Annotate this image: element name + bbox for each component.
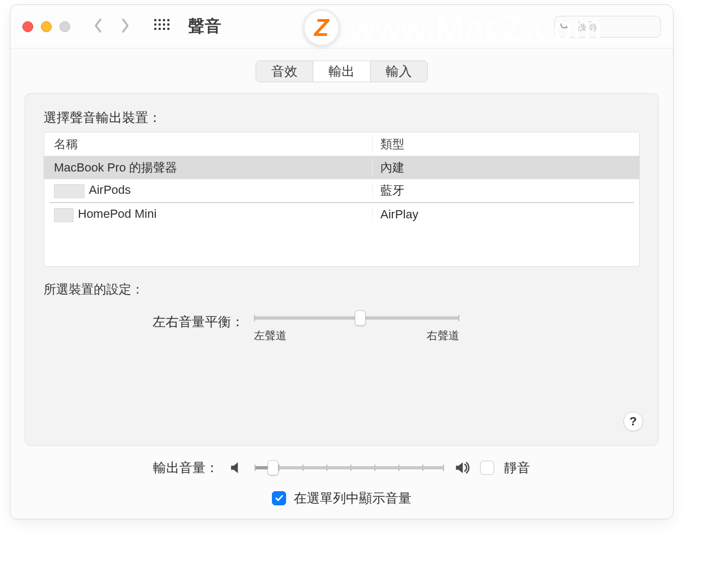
device-name-text: AirPods — [89, 183, 131, 197]
balance-slider-labels: 左聲道 右聲道 — [254, 328, 459, 343]
output-volume-row: 輸出音量： 靜音 — [153, 459, 530, 476]
device-type: 內建 — [372, 160, 639, 176]
nav-arrows — [92, 18, 131, 35]
tab-sound-effects[interactable]: 音效 — [256, 61, 313, 82]
sound-preferences-window: 聲音 音效 輸出 輸入 選擇聲音輸出裝置： 名稱 類型 MacBook Pro … — [10, 4, 674, 519]
forward-button[interactable] — [119, 18, 131, 35]
search-icon — [560, 20, 571, 33]
output-panel: 選擇聲音輸出裝置： 名稱 類型 MacBook Pro 的揚聲器 內建 AirP… — [25, 93, 659, 446]
table-header: 名稱 類型 — [44, 132, 639, 156]
device-name: HomePod Mini — [44, 207, 372, 222]
minimize-button[interactable] — [41, 21, 52, 32]
balance-label: 左右音量平衡： — [44, 313, 254, 331]
selected-device-settings-label: 所選裝置的設定： — [44, 281, 640, 298]
show-all-button[interactable] — [154, 19, 169, 34]
window-title: 聲音 — [188, 15, 222, 38]
svg-point-0 — [561, 21, 568, 28]
volume-high-icon — [454, 460, 470, 476]
maximize-button[interactable] — [59, 21, 70, 32]
search-wrap — [554, 16, 661, 38]
tab-input[interactable]: 輸入 — [371, 61, 427, 82]
device-icon — [54, 184, 84, 198]
help-button[interactable]: ? — [623, 412, 643, 431]
show-in-menubar-label: 在選單列中顯示音量 — [294, 490, 411, 507]
balance-right-label: 右聲道 — [427, 328, 459, 343]
output-volume-knob[interactable] — [268, 460, 278, 475]
device-name-text: HomePod Mini — [78, 207, 156, 221]
mute-checkbox[interactable] — [480, 461, 494, 475]
output-volume-slider[interactable] — [254, 466, 444, 469]
table-row[interactable]: AirPods 藍牙 — [44, 179, 639, 202]
column-header-type[interactable]: 類型 — [372, 136, 639, 152]
back-button[interactable] — [92, 18, 104, 35]
volume-low-icon — [228, 460, 245, 476]
tab-row: 音效 輸出 輸入 — [10, 48, 673, 82]
tab-output[interactable]: 輸出 — [313, 61, 371, 82]
balance-slider-col: 左聲道 右聲道 — [254, 313, 640, 343]
device-name: AirPods — [44, 183, 372, 198]
select-device-label: 選擇聲音輸出裝置： — [44, 109, 640, 126]
balance-left-label: 左聲道 — [254, 328, 287, 343]
toolbar: 聲音 — [10, 5, 673, 48]
table-row[interactable]: MacBook Pro 的揚聲器 內建 — [44, 156, 639, 179]
column-header-name[interactable]: 名稱 — [44, 136, 372, 152]
table-row[interactable]: HomePod Mini AirPlay — [44, 203, 639, 226]
output-volume-label: 輸出音量： — [153, 459, 219, 476]
balance-row: 左右音量平衡： 左聲道 右聲道 — [44, 313, 640, 343]
show-in-menubar-row: 在選單列中顯示音量 — [272, 490, 411, 507]
svg-line-1 — [567, 27, 569, 29]
device-type: AirPlay — [372, 207, 639, 222]
device-type: 藍牙 — [372, 182, 639, 199]
close-button[interactable] — [22, 21, 33, 32]
show-in-menubar-checkbox[interactable] — [272, 491, 286, 505]
device-name: MacBook Pro 的揚聲器 — [44, 160, 372, 176]
footer: 輸出音量： 靜音 — [10, 446, 673, 519]
traffic-lights — [22, 21, 70, 32]
segmented-control: 音效 輸出 輸入 — [256, 60, 428, 82]
mute-label: 靜音 — [504, 459, 530, 476]
device-icon — [54, 208, 74, 222]
balance-slider-knob[interactable] — [355, 310, 366, 326]
device-table: 名稱 類型 MacBook Pro 的揚聲器 內建 AirPods 藍牙 Hom… — [44, 132, 640, 267]
grid-icon — [154, 19, 169, 34]
balance-slider[interactable] — [254, 316, 459, 320]
